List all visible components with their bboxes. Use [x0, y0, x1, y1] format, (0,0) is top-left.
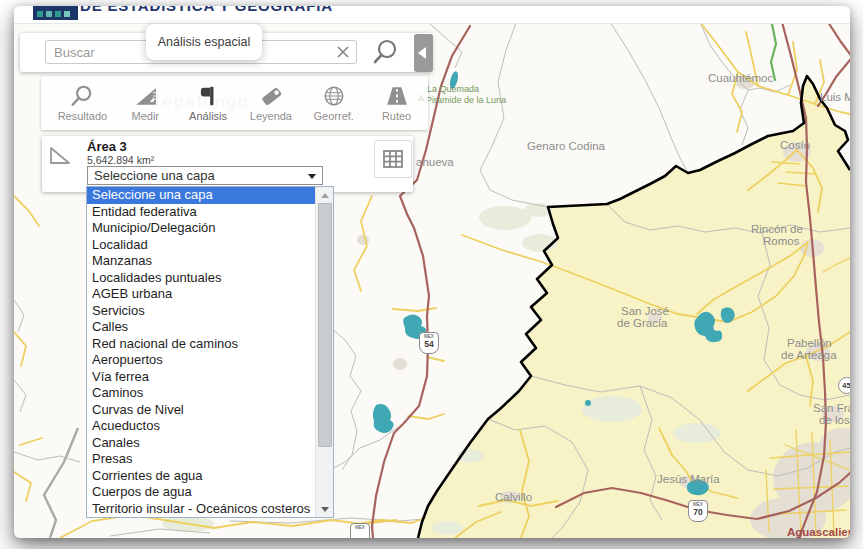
layer-select-value: Seleccione una capa — [94, 168, 215, 183]
spatial-analysis-icon — [196, 84, 220, 108]
header-title: DE ESTADÍSTICA Y GEOGRAFÍA — [80, 6, 333, 14]
dropdown-option[interactable]: Cuerpos de agua — [87, 484, 316, 501]
dropdown-option[interactable]: AGEB urbana — [87, 286, 316, 303]
road-green — [771, 24, 776, 80]
collapse-panel-button[interactable] — [414, 34, 433, 72]
clear-search-icon[interactable] — [334, 43, 352, 61]
dropdown-option[interactable]: Municipio/Delegación — [87, 220, 316, 237]
dropdown-option[interactable]: Territorio insular - Oceánicos costeros — [87, 501, 316, 518]
tool-label: Resultado — [58, 110, 108, 122]
dropdown-option[interactable]: Curvas de Nivel — [87, 402, 316, 419]
tool-label: Georref. — [314, 110, 354, 122]
tool-georref[interactable]: Georref. — [302, 84, 365, 122]
area-value: 5,642.894 km² — [87, 154, 154, 166]
tooltip-analisis-espacial: Análisis espacial — [146, 24, 262, 60]
dropdown-option[interactable]: Manzanas — [87, 253, 316, 270]
inegi-logo — [33, 6, 78, 20]
attribute-table-button[interactable] — [374, 140, 412, 178]
dropdown-option[interactable]: Presas — [87, 451, 316, 468]
dropdown-option[interactable]: Calles — [87, 319, 316, 336]
tool-leyenda[interactable]: Leyenda — [239, 84, 302, 122]
globe-icon — [322, 84, 346, 108]
magnifier-icon — [70, 84, 94, 108]
tool-analisis[interactable]: Análisis — [177, 84, 240, 122]
dropdown-option[interactable]: Localidades puntuales — [87, 270, 316, 287]
dropdown-option[interactable]: Servicios — [87, 303, 316, 320]
tool-label: Ruteo — [382, 110, 411, 122]
tag-icon — [259, 84, 283, 108]
area-measure-icon — [48, 144, 72, 166]
tool-label: Medir — [131, 110, 159, 122]
layer-select[interactable]: Seleccione una capa — [87, 166, 323, 185]
dropdown-option[interactable]: Seleccione una capa — [87, 187, 316, 204]
inegi-header: DE ESTADÍSTICA Y GEOGRAFÍA — [14, 6, 850, 24]
tools-toolbar: Resultado Medir Análisis Leyenda Georref… — [41, 76, 428, 130]
tool-label: Leyenda — [250, 110, 292, 122]
layer-dropdown-list: Seleccione una capaEntidad federativaMun… — [86, 186, 334, 518]
dropdown-option[interactable]: Caminos — [87, 385, 316, 402]
road-icon — [385, 84, 409, 108]
app-window: TepetongoGenaro CodinaCuauhtémocLuis MCo… — [14, 6, 850, 538]
measurement-panel: Área 3 5,642.894 km² Seleccione una capa — [42, 136, 413, 192]
scrollbar-thumb[interactable] — [318, 203, 332, 447]
tool-label: Análisis — [189, 110, 227, 122]
area-title: Área 3 — [87, 139, 127, 154]
dropdown-option[interactable]: Corrientes de agua — [87, 468, 316, 485]
search-icon[interactable] — [370, 38, 402, 68]
chevron-down-icon — [308, 174, 316, 179]
dropdown-option[interactable]: Entidad federativa — [87, 204, 316, 221]
scroll-up-icon[interactable] — [316, 187, 333, 203]
grid-icon — [382, 149, 404, 169]
dropdown-option[interactable]: Aeropuertos — [87, 352, 316, 369]
scroll-down-icon[interactable] — [316, 501, 333, 517]
set-square-icon — [133, 84, 157, 108]
dropdown-option[interactable]: Red nacional de caminos — [87, 336, 316, 353]
dropdown-option[interactable]: Canales — [87, 435, 316, 452]
dropdown-option[interactable]: Vía ferrea — [87, 369, 316, 386]
dropdown-scrollbar[interactable] — [315, 187, 333, 517]
dropdown-option[interactable]: Localidad — [87, 237, 316, 254]
tool-ruteo[interactable]: Ruteo — [365, 84, 428, 122]
dropdown-option[interactable]: Acueductos — [87, 418, 316, 435]
tool-resultado[interactable]: Resultado — [51, 84, 114, 122]
chevron-left-icon — [418, 47, 426, 59]
tool-medir[interactable]: Medir — [114, 84, 177, 122]
